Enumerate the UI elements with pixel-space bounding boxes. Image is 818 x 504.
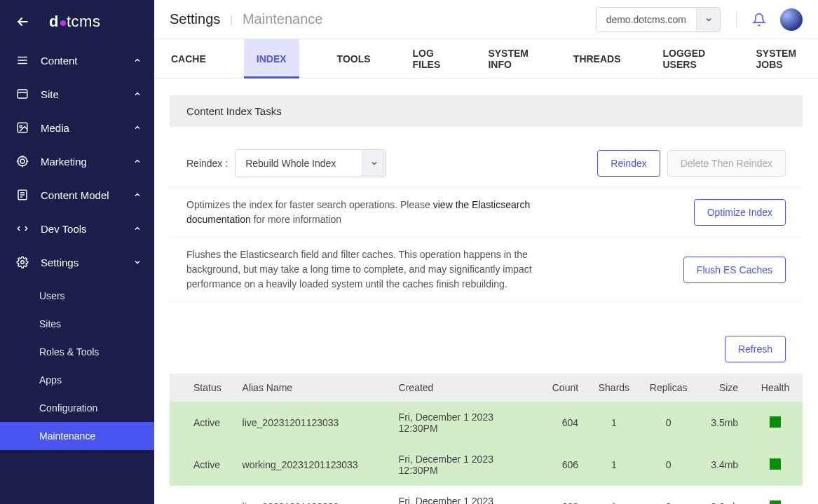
tab-tools[interactable]: TOOLS (333, 39, 375, 78)
th-alias: Alias Name (233, 374, 389, 402)
cell-alias: live_20231201122802 (233, 486, 389, 504)
topbar: Settings | Maintenance demo.dotcms.com (154, 0, 818, 39)
th-health: Health (748, 374, 803, 402)
sidebar-item-label: Dev Tools (41, 223, 87, 235)
cell-shards: 1 (588, 444, 640, 486)
sidebar-item-label: Site (41, 88, 59, 100)
chevron-up-icon (133, 224, 142, 233)
main: Settings | Maintenance demo.dotcms.com C… (154, 0, 818, 504)
reindex-select[interactable]: Rebuild Whole Index (235, 149, 386, 177)
th-size: Size (697, 374, 748, 402)
chevron-up-icon (133, 191, 142, 199)
cell-replicas: 0 (640, 486, 697, 504)
th-replicas: Replicas (640, 374, 697, 402)
cell-alias: live_20231201123033 (233, 402, 389, 444)
chevron-up-icon (133, 157, 142, 165)
site-selector[interactable]: demo.dotcms.com (596, 7, 721, 32)
cell-size: 3.4mb (697, 444, 748, 486)
sidebar-item-site[interactable]: Site (0, 77, 154, 111)
cell-created: Fri, December 1 2023 12:30PM (389, 402, 538, 444)
health-indicator-icon (770, 500, 781, 505)
subnav-roles[interactable]: Roles & Tools (0, 338, 154, 366)
cell-shards: 1 (588, 486, 640, 504)
chevron-down-icon[interactable] (362, 150, 386, 177)
sidebar-item-settings[interactable]: Settings (0, 245, 154, 279)
sidebar-item-label: Marketing (41, 156, 87, 168)
cell-size: 3.6mb (697, 486, 748, 504)
tab-cache[interactable]: CACHE (167, 39, 210, 78)
sidebar-item-label: Content (41, 55, 78, 67)
site-selector-value: demo.dotcms.com (597, 14, 696, 25)
subnav-sites[interactable]: Sites (0, 310, 154, 338)
cell-created: Fri, December 1 2023 12:28PM (389, 486, 538, 504)
sidebar-item-media[interactable]: Media (0, 111, 154, 144)
breadcrumb-leaf: Maintenance (243, 11, 323, 27)
cell-status (170, 486, 233, 504)
cell-count: 603 (538, 486, 588, 504)
th-created: Created (389, 374, 538, 402)
logo-prefix: d (49, 13, 59, 31)
optimize-row: Optimizes the index for faster search op… (170, 188, 803, 238)
flush-es-caches-button[interactable]: Flush ES Caches (683, 257, 786, 283)
logo-suffix: tcms (67, 13, 100, 31)
reindex-button[interactable]: Reindex (597, 150, 660, 177)
sidebar-item-label: Content Model (41, 189, 109, 201)
svg-point-7 (20, 125, 22, 128)
sidebar-item-dev-tools[interactable]: Dev Tools (0, 212, 154, 245)
table-row[interactable]: Activeworking_20231201123033Fri, Decembe… (170, 444, 803, 486)
avatar[interactable] (780, 8, 803, 31)
cell-replicas: 0 (640, 444, 697, 486)
health-indicator-icon (770, 458, 781, 470)
bell-icon[interactable] (752, 13, 766, 27)
index-table: Status Alias Name Created Count Shards R… (170, 374, 803, 504)
tab-threads[interactable]: THREADS (569, 39, 625, 78)
reindex-label: Reindex : (186, 158, 228, 169)
tab-system-jobs[interactable]: SYSTEM JOBS (752, 39, 805, 78)
logo-dot-icon (60, 20, 66, 26)
subnav-users[interactable]: Users (0, 282, 154, 310)
content-model-icon (15, 189, 29, 201)
cell-health (748, 444, 803, 486)
table-header-row: Status Alias Name Created Count Shards R… (170, 374, 803, 402)
tab-logged-users[interactable]: LOGGED USERS (659, 39, 718, 78)
health-indicator-icon (770, 416, 781, 428)
back-icon[interactable] (15, 15, 29, 29)
optimize-help-text: Optimizes the index for faster search op… (186, 198, 579, 227)
divider (736, 11, 737, 29)
table-row[interactable]: Activelive_20231201123033Fri, December 1… (170, 402, 803, 444)
cell-health (748, 486, 803, 504)
tab-index[interactable]: INDEX (244, 39, 299, 78)
flush-help-text: Flushes the Elasticsearch field and filt… (186, 247, 579, 292)
cell-replicas: 0 (640, 402, 697, 444)
cell-status: Active (170, 402, 233, 444)
sidebar-item-content-model[interactable]: Content Model (0, 178, 154, 212)
breadcrumb-root[interactable]: Settings (170, 11, 220, 27)
optimize-index-button[interactable]: Optimize Index (694, 199, 786, 226)
chevron-up-icon (133, 123, 142, 132)
gear-icon (15, 256, 29, 268)
subnav-apps[interactable]: Apps (0, 366, 154, 394)
delete-reindex-button: Delete Then Reindex (667, 150, 786, 177)
breadcrumb: Settings | Maintenance (170, 11, 322, 27)
cell-created: Fri, December 1 2023 12:30PM (389, 444, 538, 486)
sidebar-item-content[interactable]: Content (0, 43, 154, 77)
cell-alias: working_20231201123033 (233, 444, 389, 486)
tab-system-info[interactable]: SYSTEM INFO (484, 39, 535, 78)
svg-point-8 (18, 156, 27, 166)
cell-shards: 1 (588, 402, 640, 444)
chevron-down-icon[interactable] (696, 8, 720, 32)
tab-log-files[interactable]: LOG FILES (409, 39, 451, 78)
content-icon (15, 54, 29, 67)
media-icon (15, 121, 29, 134)
chevron-up-icon (133, 90, 142, 98)
sidebar-item-marketing[interactable]: Marketing (0, 144, 154, 178)
refresh-button[interactable]: Refresh (725, 336, 786, 362)
table-row[interactable]: live_20231201122802Fri, December 1 2023 … (170, 486, 803, 504)
sidebar: d tcms Content Site (0, 0, 154, 504)
chevron-up-icon (133, 56, 142, 64)
sidebar-item-label: Media (41, 122, 69, 134)
marketing-icon (15, 155, 29, 168)
subnav-maintenance[interactable]: Maintenance (0, 422, 154, 450)
dev-tools-icon (15, 222, 29, 235)
subnav-configuration[interactable]: Configuration (0, 394, 154, 422)
